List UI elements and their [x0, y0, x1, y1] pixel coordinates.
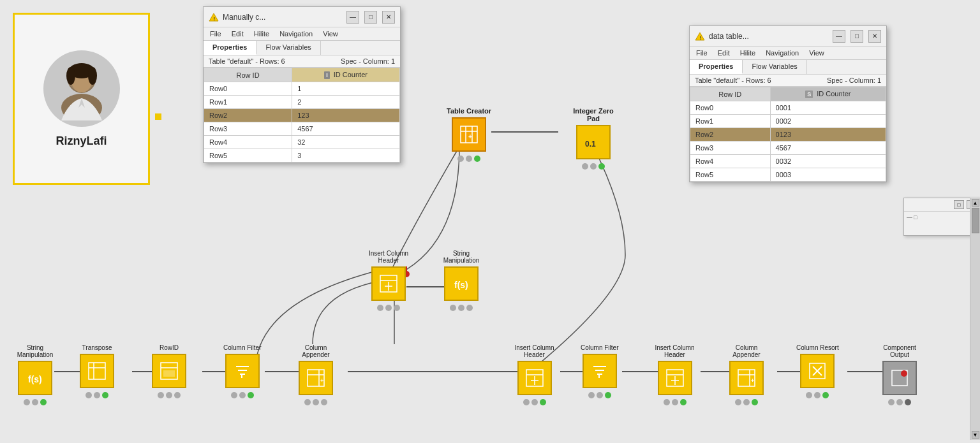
- tab-properties[interactable]: Properties: [204, 41, 256, 55]
- node-row-id-box[interactable]: [152, 354, 186, 388]
- node-string-manip-left[interactable]: String Manipulation f(s): [10, 344, 61, 405]
- menu-hilite[interactable]: Hilite: [253, 29, 271, 38]
- string-manip-top-icon: f(s): [452, 274, 471, 293]
- string-manip-left-icon: f(s): [26, 368, 45, 388]
- node-row-id[interactable]: RowID: [152, 344, 186, 398]
- insert-col-header-right-icon: [665, 368, 685, 388]
- status-dot-3: [752, 399, 758, 405]
- node-insert-col-header-top-status: [377, 305, 400, 311]
- dt-menu-view[interactable]: View: [808, 48, 826, 57]
- dt-maximize-button[interactable]: □: [850, 30, 863, 43]
- dialog-manually-menubar[interactable]: File Edit Hilite Navigation View: [204, 27, 400, 41]
- row-id-icon: [160, 361, 179, 381]
- status-dot-3: [248, 392, 254, 398]
- profile-name: RiznyLafi: [56, 134, 107, 148]
- node-insert-col-header-mid[interactable]: Insert Column Header: [510, 344, 558, 405]
- row-id-cell: Row2: [204, 109, 292, 122]
- dt-menu-hilite[interactable]: Hilite: [739, 48, 757, 57]
- dialog-manually-titlebar[interactable]: ! Manually c... — □ ✕: [204, 7, 400, 27]
- node-table-creator-box[interactable]: +: [452, 117, 486, 152]
- node-insert-col-header-mid-box[interactable]: [517, 361, 552, 395]
- dialog-datatable-tabs[interactable]: Properties Flow Variables: [690, 60, 886, 75]
- dt-menu-navigation[interactable]: Navigation: [764, 48, 800, 57]
- node-string-manip-left-box[interactable]: f(s): [18, 361, 52, 395]
- dt-tab-flow-variables[interactable]: Flow Variables: [743, 60, 806, 74]
- row-id-cell: Row1: [690, 115, 771, 128]
- node-table-creator-status: [457, 156, 480, 162]
- menu-edit[interactable]: Edit: [230, 29, 245, 38]
- menu-view[interactable]: View: [322, 29, 339, 38]
- node-transpose-box[interactable]: [80, 354, 114, 388]
- dt-minimize-button[interactable]: —: [833, 30, 845, 43]
- node-col-filter-mid-box[interactable]: [583, 354, 617, 388]
- svg-point-72: [901, 370, 907, 377]
- node-transpose[interactable]: Transpose: [80, 344, 114, 398]
- small-dlg-minimize[interactable]: □: [954, 200, 964, 209]
- dt-menu-edit[interactable]: Edit: [716, 48, 731, 57]
- node-col-appender-right[interactable]: Column Appender +: [721, 344, 772, 405]
- dt-close-button[interactable]: ✕: [868, 30, 881, 43]
- scroll-down-button[interactable]: ▼: [972, 431, 979, 439]
- close-button[interactable]: ✕: [382, 11, 395, 24]
- dialog-datatable-menubar[interactable]: File Edit Hilite Navigation View: [690, 47, 886, 60]
- status-dot-1: [158, 392, 164, 398]
- menu-navigation[interactable]: Navigation: [278, 29, 314, 38]
- node-col-filter-mid-label: Column Filter: [581, 344, 618, 351]
- status-dot-3: [394, 305, 400, 311]
- minimize-button[interactable]: —: [346, 11, 359, 24]
- menu-file[interactable]: File: [209, 29, 223, 38]
- node-insert-col-header-top[interactable]: Insert Column Header: [366, 250, 411, 311]
- node-col-appender-right-label: Column Appender: [721, 344, 772, 358]
- warning-icon-2: !: [695, 31, 705, 41]
- node-table-creator[interactable]: Table Creator +: [447, 107, 491, 162]
- node-insert-col-header-top-box[interactable]: [371, 266, 406, 301]
- component-output-icon: [890, 368, 909, 388]
- node-insert-col-header-right-box[interactable]: [658, 361, 692, 395]
- table-row: Row0 1: [204, 82, 400, 96]
- datatable-data-table: Row ID S ID Counter Row0 0001 Row1 0002: [690, 87, 886, 182]
- status-dot-1: [806, 392, 812, 398]
- node-col-appender-left[interactable]: Column Appender +: [290, 344, 341, 405]
- insert-col-header-mid-icon: [525, 368, 544, 388]
- status-dot-2: [313, 399, 319, 405]
- tab-flow-variables[interactable]: Flow Variables: [256, 41, 320, 55]
- status-dot-1: [377, 305, 383, 311]
- node-integer-zero-pad[interactable]: Integer Zero Pad 0.1: [568, 107, 619, 170]
- dialog-manually-tabs[interactable]: Properties Flow Variables: [204, 41, 400, 55]
- node-string-manip-top-box[interactable]: f(s): [444, 266, 479, 301]
- dialog-manually-controls[interactable]: — □ ✕: [346, 11, 395, 24]
- scroll-thumb[interactable]: [972, 208, 979, 233]
- status-dot-3: [540, 399, 546, 405]
- small-dialog: □ ✕ — □: [903, 198, 980, 236]
- dt-tab-properties[interactable]: Properties: [690, 60, 743, 74]
- node-insert-col-header-mid-status: [523, 399, 546, 405]
- node-col-resort[interactable]: Column Resort: [796, 344, 839, 398]
- node-component-output-box[interactable]: [882, 361, 917, 395]
- spec-info-text: Spec - Column: 1: [341, 57, 395, 65]
- node-col-filter-left[interactable]: Column Filter: [223, 344, 261, 398]
- scroll-up-button[interactable]: ▲: [972, 199, 979, 207]
- dialog-datatable-titlebar[interactable]: ! data table... — □ ✕: [690, 26, 886, 47]
- node-col-appender-left-box[interactable]: +: [299, 361, 333, 395]
- node-insert-col-header-right[interactable]: Insert Column Header: [651, 344, 699, 405]
- status-dot-3: [605, 392, 611, 398]
- node-col-filter-mid[interactable]: Column Filter: [581, 344, 618, 398]
- svg-text:!: !: [214, 16, 216, 22]
- dt-menu-file[interactable]: File: [695, 48, 709, 57]
- node-col-filter-left-box[interactable]: [225, 354, 260, 388]
- svg-rect-38: [89, 363, 105, 379]
- node-col-appender-right-box[interactable]: +: [729, 361, 764, 395]
- node-col-resort-label: Column Resort: [796, 344, 839, 351]
- node-integer-zero-pad-box[interactable]: 0.1: [576, 125, 611, 159]
- small-dialog-titlebar[interactable]: □ ✕: [904, 198, 979, 212]
- status-dot-1: [588, 392, 595, 398]
- row-value-cell: 0001: [770, 101, 886, 115]
- dialog-manually-table-info: Table "default" - Rows: 6 Spec - Column:…: [204, 55, 400, 68]
- node-col-appender-left-label: Column Appender: [290, 344, 341, 358]
- dialog-datatable-controls[interactable]: — □ ✕: [833, 30, 881, 43]
- node-col-resort-box[interactable]: [800, 354, 835, 388]
- svg-text:+: +: [468, 133, 472, 140]
- node-string-manip-top[interactable]: String Manipulation f(s): [436, 250, 487, 311]
- node-component-output[interactable]: Component Output: [874, 344, 925, 405]
- maximize-button[interactable]: □: [364, 11, 377, 24]
